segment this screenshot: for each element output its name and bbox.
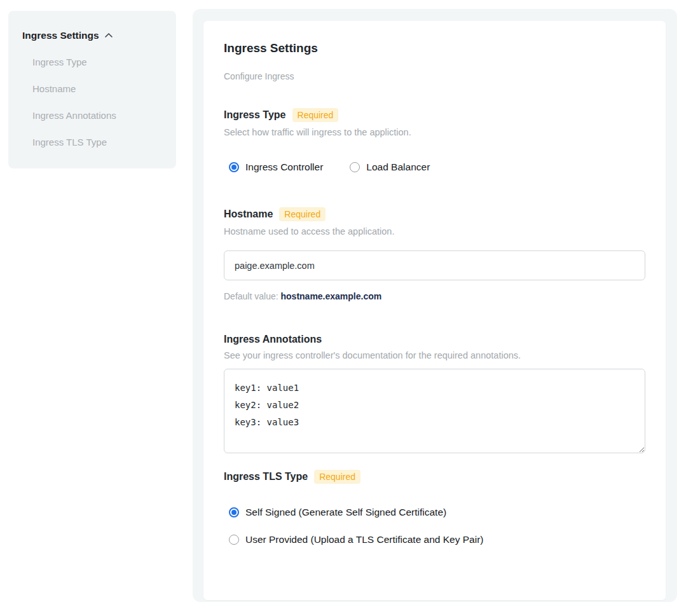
default-value-prefix: Default value: bbox=[224, 291, 281, 301]
radio-label-load-balancer: Load Balancer bbox=[366, 161, 430, 173]
radio-icon-self-signed[interactable] bbox=[229, 507, 239, 517]
section-title-hostname: Hostname bbox=[224, 209, 273, 220]
radio-label-user-provided: User Provided (Upload a TLS Certificate … bbox=[245, 534, 483, 545]
sidebar-item-ingress-annotations[interactable]: Ingress Annotations bbox=[32, 110, 162, 121]
radio-option-ingress-controller[interactable]: Ingress Controller bbox=[224, 161, 323, 173]
ingress-type-radio-group: Ingress Controller Load Balancer bbox=[224, 161, 645, 173]
sidebar-item-ingress-tls-type[interactable]: Ingress TLS Type bbox=[32, 137, 162, 148]
required-badge: Required bbox=[292, 108, 339, 122]
default-value-text: hostname.example.com bbox=[281, 291, 382, 301]
section-ingress-tls-type: Ingress TLS Type Required Self Signed (G… bbox=[224, 470, 645, 545]
section-title-ingress-type: Ingress Type bbox=[224, 109, 286, 121]
page-title: Ingress Settings bbox=[224, 41, 645, 55]
ingress-settings-card: Ingress Settings Configure Ingress Ingre… bbox=[203, 21, 666, 600]
section-hostname: Hostname Required Hostname used to acces… bbox=[224, 207, 645, 301]
radio-icon-load-balancer[interactable] bbox=[350, 162, 360, 172]
radio-option-load-balancer[interactable]: Load Balancer bbox=[345, 161, 430, 173]
ingress-annotations-textarea[interactable]: key1: value1 key2: value2 key3: value3 bbox=[224, 369, 645, 453]
section-desc-ingress-annotations: See your ingress controller's documentat… bbox=[224, 350, 645, 360]
section-title-ingress-annotations: Ingress Annotations bbox=[224, 334, 322, 345]
required-badge: Required bbox=[279, 207, 326, 221]
section-desc-ingress-type: Select how traffic will ingress to the a… bbox=[224, 127, 645, 137]
radio-label-self-signed: Self Signed (Generate Self Signed Certif… bbox=[245, 507, 446, 518]
page-subtitle: Configure Ingress bbox=[224, 71, 645, 81]
radio-option-user-provided[interactable]: User Provided (Upload a TLS Certificate … bbox=[224, 534, 645, 545]
radio-icon-ingress-controller[interactable] bbox=[229, 162, 239, 172]
main-panel: Ingress Settings Configure Ingress Ingre… bbox=[193, 9, 677, 602]
sidebar-section-ingress-settings[interactable]: Ingress Settings bbox=[22, 30, 162, 41]
hostname-input[interactable] bbox=[224, 250, 645, 280]
hostname-default-line: Default value: hostname.example.com bbox=[224, 291, 645, 301]
sidebar-item-list: Ingress Type Hostname Ingress Annotation… bbox=[22, 57, 162, 148]
chevron-up-icon bbox=[104, 31, 113, 40]
radio-option-self-signed[interactable]: Self Signed (Generate Self Signed Certif… bbox=[224, 507, 645, 518]
settings-sidebar: Ingress Settings Ingress Type Hostname I… bbox=[8, 11, 176, 168]
section-ingress-type: Ingress Type Required Select how traffic… bbox=[224, 108, 645, 173]
radio-label-ingress-controller: Ingress Controller bbox=[245, 161, 323, 173]
radio-icon-user-provided[interactable] bbox=[229, 535, 239, 545]
required-badge: Required bbox=[314, 470, 360, 484]
section-desc-hostname: Hostname used to access the application. bbox=[224, 226, 645, 236]
sidebar-section-label: Ingress Settings bbox=[22, 30, 99, 41]
sidebar-item-hostname[interactable]: Hostname bbox=[32, 83, 162, 95]
sidebar-item-ingress-type[interactable]: Ingress Type bbox=[32, 57, 162, 68]
section-ingress-annotations: Ingress Annotations See your ingress con… bbox=[224, 334, 645, 456]
section-title-ingress-tls-type: Ingress TLS Type bbox=[224, 471, 308, 483]
